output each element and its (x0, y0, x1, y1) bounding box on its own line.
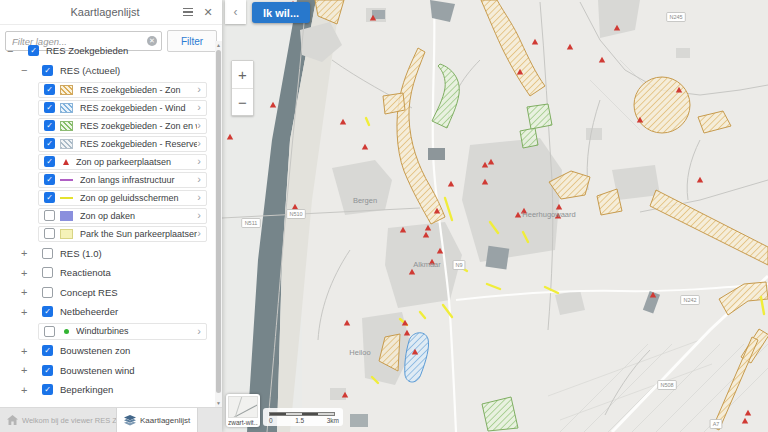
tree-layer-15[interactable]: Windturbines› (38, 323, 207, 340)
tab-kaartlagenlijst[interactable]: Kaartlagenlijst (116, 408, 198, 432)
zoom-in-button[interactable]: + (232, 61, 253, 88)
layer-checkbox[interactable] (42, 287, 53, 298)
layer-checkbox[interactable]: ✓ (42, 65, 53, 76)
layer-label: Zon langs infrastructuur (80, 175, 197, 185)
expand-icon[interactable]: + (21, 384, 34, 396)
layer-checkbox[interactable] (44, 326, 55, 337)
layer-label: RES zoekgebieden - Reserve (80, 139, 197, 149)
layer-label: Zon op parkeerplaatsen (76, 157, 197, 167)
collapse-icon[interactable]: − (7, 45, 20, 57)
zone-zon[interactable] (634, 77, 690, 133)
legend-swatch-icon (60, 103, 73, 113)
legend-swatch-icon (63, 159, 69, 165)
chevron-right-icon[interactable]: › (197, 174, 201, 185)
tree-layer-5[interactable]: ✓RES zoekgebieden - Reserve› (38, 136, 207, 153)
collapse-icon[interactable]: − (21, 64, 34, 76)
map-canvas[interactable]: N510N511N9N242N508A7N245 BergenAlkmaarHe… (222, 0, 768, 432)
map-area[interactable]: N510N511N9N242N508A7N245 BergenAlkmaarHe… (222, 0, 768, 432)
layer-checkbox[interactable] (42, 248, 53, 259)
scale-bar: 0 1.5 3km (263, 408, 343, 426)
layer-checkbox[interactable]: ✓ (44, 192, 55, 203)
expand-icon[interactable]: + (21, 247, 34, 259)
layer-checkbox[interactable]: ✓ (44, 156, 55, 167)
tree-layer-3[interactable]: ✓RES zoekgebieden - Wind› (38, 100, 207, 117)
layer-checkbox[interactable]: ✓ (28, 45, 39, 56)
ik-wil-button[interactable]: Ik wil... (252, 2, 310, 23)
expand-icon[interactable]: + (21, 364, 34, 376)
layer-checkbox[interactable]: ✓ (42, 345, 53, 356)
road-shield: N242 (681, 296, 700, 305)
layer-checkbox[interactable]: ✓ (42, 384, 53, 395)
expand-icon[interactable]: + (21, 286, 34, 298)
zoom-out-button[interactable]: − (232, 88, 253, 115)
road-shield: N508 (658, 381, 677, 390)
home-icon (7, 415, 18, 425)
tab-welcome[interactable]: Welkom bij de viewer RES Zoekg... (0, 408, 116, 432)
chevron-right-icon[interactable]: › (197, 326, 201, 337)
tab-welcome-label: Welkom bij de viewer RES Zoekg... (22, 416, 116, 425)
layer-checkbox[interactable]: ✓ (44, 84, 55, 95)
scrollbar-thumb[interactable] (216, 50, 221, 393)
tree-layer-9[interactable]: Zon op daken› (38, 208, 207, 225)
panel-collapse-button[interactable]: ‹ (225, 0, 246, 24)
tree-layer-8[interactable]: ✓Zon op geluidsschermen› (38, 190, 207, 207)
scroll-down-icon[interactable]: ▼ (215, 400, 222, 406)
tree-group-14[interactable]: +✓Netbeheerder (0, 302, 215, 322)
tree-layer-10[interactable]: Park the Sun parkeerplaatsen› (38, 226, 207, 243)
chevron-right-icon[interactable]: › (197, 210, 201, 221)
expand-icon[interactable]: + (21, 267, 34, 279)
tree-layer-7[interactable]: ✓Zon langs infrastructuur› (38, 172, 207, 189)
layer-checkbox[interactable]: ✓ (42, 365, 53, 376)
chevron-right-icon[interactable]: › (197, 102, 201, 113)
layer-checkbox[interactable] (44, 210, 55, 221)
chevron-right-icon[interactable]: › (197, 84, 201, 95)
basemap-toggle[interactable]: zwart-wit... (226, 394, 260, 427)
expand-icon[interactable]: + (21, 306, 34, 318)
tree-group-1[interactable]: −✓RES (Actueel) (0, 61, 215, 81)
layer-tree: −✓RES Zoekgebieden−✓RES (Actueel)✓RES zo… (0, 41, 215, 407)
tree-group-17[interactable]: +✓Bouwstenen wind (0, 361, 215, 381)
zone-zonwind[interactable] (527, 104, 552, 129)
legend-swatch-icon (60, 211, 73, 221)
tree-group-12[interactable]: +Reactienota (0, 263, 215, 283)
chevron-right-icon[interactable]: › (197, 156, 201, 167)
svg-text:N9: N9 (455, 262, 462, 268)
tree-group-16[interactable]: +✓Bouwstenen zon (0, 341, 215, 361)
layer-checkbox[interactable]: ✓ (44, 120, 55, 131)
tree-layer-2[interactable]: ✓RES zoekgebieden - Zon› (38, 82, 207, 99)
svg-text:N510: N510 (289, 211, 302, 217)
panel-title: Kaartlagenlijst (6, 6, 176, 18)
scale-label-mid: 1.5 (295, 417, 304, 424)
scroll-up-icon[interactable]: ▲ (215, 42, 222, 48)
zone-zonwind[interactable] (520, 128, 538, 148)
legend-swatch-icon (60, 197, 73, 199)
chevron-right-icon[interactable]: › (197, 120, 201, 131)
layer-checkbox[interactable]: ✓ (44, 138, 55, 149)
chevron-right-icon[interactable]: › (197, 192, 201, 203)
layer-checkbox[interactable] (42, 267, 53, 278)
tree-group-13[interactable]: +Concept RES (0, 283, 215, 303)
expand-icon[interactable]: + (21, 345, 34, 357)
layer-checkbox[interactable] (44, 228, 55, 239)
zone-zon[interactable] (383, 93, 405, 114)
scale-label-0: 0 (269, 417, 273, 424)
layer-label: Bouwstenen zon (60, 345, 215, 356)
layer-checkbox[interactable]: ✓ (44, 102, 55, 113)
legend-swatch-icon (60, 179, 73, 181)
chevron-right-icon[interactable]: › (197, 228, 201, 239)
tree-group-0[interactable]: −✓RES Zoekgebieden (0, 41, 215, 61)
panel-close-icon[interactable]: ✕ (200, 4, 216, 20)
layer-checkbox[interactable]: ✓ (42, 306, 53, 317)
chevron-right-icon[interactable]: › (197, 138, 201, 149)
tree-group-11[interactable]: +RES (1.0) (0, 244, 215, 264)
tree-group-18[interactable]: +✓Beperkingen (0, 380, 215, 400)
legend-swatch-icon (60, 139, 73, 149)
panel-menu-icon[interactable] (180, 4, 196, 20)
panel-scrollbar[interactable]: ▲ ▼ (215, 41, 222, 407)
tree-layer-6[interactable]: ✓Zon op parkeerplaatsen› (38, 154, 207, 171)
svg-text:N511: N511 (245, 220, 258, 226)
layer-label: Reactienota (60, 267, 215, 278)
legend-swatch-icon (60, 229, 73, 239)
layer-checkbox[interactable]: ✓ (44, 174, 55, 185)
tree-layer-4[interactable]: ✓RES zoekgebieden - Zon en wind› (38, 118, 207, 135)
